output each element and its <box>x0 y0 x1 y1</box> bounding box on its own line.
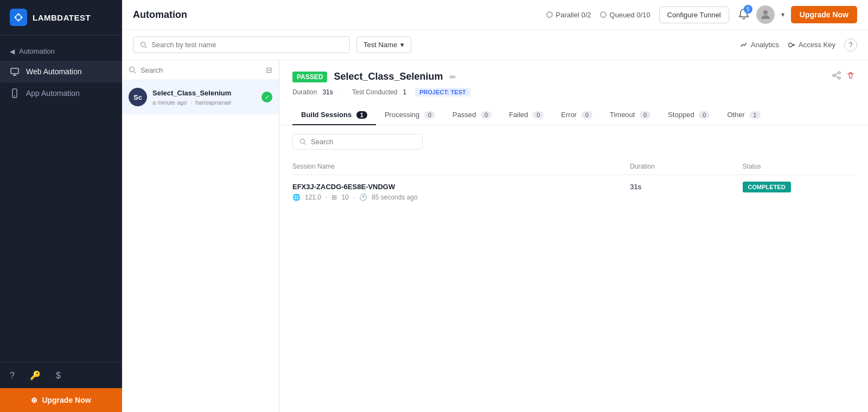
build-list-search-row: ⊟ <box>122 60 279 80</box>
sidebar-collapse-label: Automation <box>19 47 55 55</box>
detail-title: Select_Class_Selenium <box>334 71 443 82</box>
avatar[interactable] <box>756 5 775 24</box>
svg-point-14 <box>301 139 305 144</box>
tab-error[interactable]: Error 0 <box>552 105 601 125</box>
table-row: EFX3J-ZACDG-6ES8E-VNDGW 🌐 121.0 · ⊞ 10 ·… <box>292 175 855 209</box>
search-icon <box>140 41 147 49</box>
analytics-label: Analytics <box>751 41 779 49</box>
sidebar-bottom: ? 🔑 $ <box>0 362 122 388</box>
sidebar-nav: ◀ Automation Web Automation App Automati… <box>0 35 122 362</box>
tab-stopped-label: Stopped <box>668 111 694 119</box>
billing-icon[interactable]: $ <box>56 371 61 381</box>
app-automation-icon <box>10 88 20 98</box>
parallel-status: Parallel 0/2 <box>546 11 591 19</box>
sidebar-item-web-automation[interactable]: Web Automation <box>0 61 122 82</box>
duration-label: Duration 31s <box>292 88 333 96</box>
split-panel: ⊟ Sc Select_Class_Selenium a minute ago … <box>122 60 868 412</box>
build-list-panel: ⊟ Sc Select_Class_Selenium a minute ago … <box>122 60 279 412</box>
tab-timeout-count: 0 <box>640 111 650 119</box>
build-search-icon <box>129 66 136 74</box>
detail-search-box <box>292 134 423 150</box>
delete-button[interactable] <box>846 71 855 82</box>
session-score: 121.0 <box>305 194 321 201</box>
topbar: Automation Parallel 0/2 Queued 0/10 Conf… <box>122 0 868 30</box>
col-duration: Duration <box>630 158 742 175</box>
tab-processing[interactable]: Processing 0 <box>376 105 444 125</box>
topbar-icons: 5 ▾ Upgrade Now <box>738 5 857 24</box>
test-conducted-label: Test Conducted 1 <box>352 88 406 96</box>
svg-point-7 <box>789 43 793 47</box>
search-input[interactable] <box>151 41 343 49</box>
project-badge: PROJECT: TEST <box>415 88 470 96</box>
upgrade-now-button[interactable]: Upgrade Now <box>791 6 857 23</box>
tab-other-label: Other <box>727 111 745 119</box>
session-status-cell: COMPLETED <box>743 175 855 209</box>
help-button[interactable]: ? <box>844 38 857 52</box>
tab-passed-count: 0 <box>481 111 492 119</box>
tab-timeout-label: Timeout <box>610 111 635 119</box>
lambdatest-logo-icon <box>10 9 27 26</box>
parallel-circle <box>546 11 553 18</box>
sidebar-item-app-automation[interactable]: App Automation <box>0 82 122 104</box>
avatar-dropdown-icon[interactable]: ▾ <box>781 11 784 18</box>
detail-header: PASSED Select_Class_Selenium ✏ Duration … <box>279 60 868 105</box>
session-time: 85 seconds ago <box>372 194 418 201</box>
tab-processing-label: Processing <box>385 111 419 119</box>
svg-point-4 <box>14 95 15 96</box>
detail-search-row <box>292 134 855 150</box>
notification-icon[interactable]: 5 <box>738 8 750 22</box>
tab-build-sessions-label: Build Sessions <box>301 111 352 119</box>
test-name-dropdown[interactable]: Test Name ▾ <box>356 36 411 53</box>
help-icon[interactable]: ? <box>10 371 15 381</box>
svg-point-6 <box>141 42 145 46</box>
tab-stopped[interactable]: Stopped 0 <box>659 105 718 125</box>
svg-point-1 <box>16 15 21 20</box>
build-user: harisapnanair <box>195 99 232 106</box>
logo-text: LAMBDATEST <box>33 13 91 22</box>
tab-build-sessions[interactable]: Build Sessions 1 <box>292 105 376 125</box>
app-automation-label: App Automation <box>26 89 80 98</box>
upgrade-bar[interactable]: ⊕ Upgrade Now <box>0 388 122 412</box>
search-bar-row: Test Name ▾ Analytics Access Key ? <box>122 30 868 60</box>
tab-failed-label: Failed <box>509 111 528 119</box>
build-item[interactable]: Sc Select_Class_Selenium a minute ago · … <box>122 80 279 114</box>
detail-search-icon <box>299 138 307 145</box>
svg-point-11 <box>838 77 840 79</box>
tab-failed[interactable]: Failed 0 <box>500 105 552 125</box>
page-title: Automation <box>133 9 538 21</box>
web-automation-label: Web Automation <box>26 67 81 76</box>
svg-point-9 <box>838 72 840 74</box>
detail-search-input[interactable] <box>311 138 402 146</box>
share-button[interactable] <box>832 71 841 82</box>
sidebar-logo: LAMBDATEST <box>0 0 122 35</box>
edit-icon[interactable]: ✏ <box>450 73 456 81</box>
tab-other[interactable]: Other 1 <box>718 105 769 125</box>
tab-error-count: 0 <box>582 111 592 119</box>
clock-icon: 🕐 <box>359 194 367 201</box>
access-key-link[interactable]: Access Key <box>788 41 835 49</box>
session-id[interactable]: EFX3J-ZACDG-6ES8E-VNDGW <box>292 183 630 191</box>
key-icon[interactable]: 🔑 <box>30 370 41 381</box>
build-status-passed-icon: ✓ <box>261 92 272 102</box>
svg-line-13 <box>835 76 838 78</box>
analytics-link[interactable]: Analytics <box>740 41 779 49</box>
configure-tunnel-button[interactable]: Configure Tunnel <box>659 7 729 23</box>
automation-collapse-btn[interactable]: ◀ Automation <box>0 42 122 61</box>
filter-icon[interactable]: ⊟ <box>266 66 272 74</box>
detail-title-row: PASSED Select_Class_Selenium ✏ <box>292 71 855 82</box>
session-count: 10 <box>341 194 348 201</box>
tab-timeout[interactable]: Timeout 0 <box>601 105 659 125</box>
detail-body: Session Name Duration Status EFX3J-ZACDG… <box>279 125 868 412</box>
build-info: Select_Class_Selenium a minute ago · har… <box>152 89 256 106</box>
meta-sep1: · <box>326 194 327 201</box>
chevron-left-icon: ◀ <box>10 48 15 55</box>
svg-point-10 <box>833 74 835 76</box>
tab-failed-count: 0 <box>533 111 544 119</box>
sessions-table: Session Name Duration Status EFX3J-ZACDG… <box>292 158 855 209</box>
build-name: Select_Class_Selenium <box>152 89 256 97</box>
sidebar: LAMBDATEST ◀ Automation Web Automation <box>0 0 122 412</box>
queued-status: Queued 0/10 <box>600 11 650 19</box>
detail-panel: PASSED Select_Class_Selenium ✏ Duration … <box>279 60 868 412</box>
tab-passed[interactable]: Passed 0 <box>444 105 500 125</box>
build-list-search-input[interactable] <box>141 66 261 74</box>
